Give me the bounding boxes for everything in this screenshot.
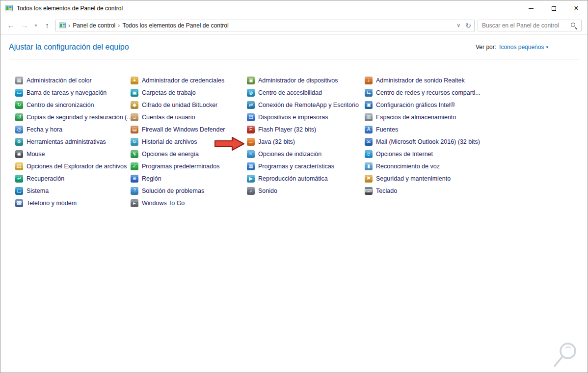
windows-defender-firewall-icon: ▤ bbox=[131, 126, 138, 133]
chevron-down-icon: ▾ bbox=[546, 45, 548, 50]
control-panel-item-device-manager[interactable]: ▣Administrador de dispositivos bbox=[247, 74, 365, 86]
refresh-icon[interactable]: ↻ bbox=[465, 22, 471, 29]
breadcrumb-all-items[interactable]: Todos los elementos de Panel de control bbox=[122, 22, 228, 29]
control-panel-item-internet-options[interactable]: eOpciones de Internet bbox=[365, 148, 588, 160]
item-label: Reconocimiento de voz bbox=[376, 163, 440, 170]
user-accounts-icon: ☺ bbox=[131, 113, 138, 121]
minimize-button[interactable] bbox=[520, 0, 542, 16]
up-button[interactable]: ↑ bbox=[42, 21, 53, 29]
address-bar[interactable]: › Panel de control › Todos los elementos… bbox=[55, 20, 475, 31]
search-icon[interactable] bbox=[570, 22, 577, 29]
control-panel-item-sound[interactable]: ♪Sonido bbox=[247, 185, 365, 197]
item-label: Cifrado de unidad BitLocker bbox=[142, 102, 217, 108]
device-manager-icon: ▣ bbox=[247, 77, 255, 84]
control-panel-item-flash-player[interactable]: FFlash Player (32 bits) bbox=[247, 123, 365, 135]
control-panel-item-work-folders[interactable]: ▣Carpetas de trabajo bbox=[131, 86, 247, 99]
java-icon: ☕ bbox=[247, 138, 255, 146]
item-label: Teclado bbox=[376, 187, 397, 194]
item-label: Configuración gráficos Intel® bbox=[376, 102, 455, 108]
window-controls: × bbox=[520, 0, 588, 16]
breadcrumb-chevron-icon[interactable]: › bbox=[68, 22, 70, 29]
control-panel-item-default-programs[interactable]: ✓Programas predeterminados bbox=[131, 160, 247, 172]
view-by-dropdown[interactable]: Iconos pequeños ▾ bbox=[499, 44, 548, 51]
item-label: Mail (Microsoft Outlook 2016) (32 bits) bbox=[376, 138, 480, 145]
control-panel-item-windows-defender-firewall[interactable]: ▤Firewall de Windows Defender bbox=[131, 123, 247, 135]
control-panel-item-realtek-sound-manager[interactable]: ♪Administrador de sonido Realtek bbox=[365, 74, 588, 86]
minimize-icon bbox=[529, 8, 534, 9]
control-panel-item-keyboard[interactable]: ⌨Teclado bbox=[365, 185, 588, 197]
address-dropdown-icon[interactable]: ∨ bbox=[456, 22, 460, 28]
control-panel-item-system[interactable]: ▢Sistema bbox=[15, 185, 131, 197]
work-folders-icon: ▣ bbox=[131, 89, 138, 97]
view-by-value: Iconos pequeños bbox=[499, 44, 544, 51]
region-icon: ⊕ bbox=[131, 175, 138, 183]
control-panel-item-region[interactable]: ⊕Región bbox=[131, 172, 247, 185]
forward-button[interactable]: → bbox=[19, 21, 30, 29]
item-label: Centro de sincronización bbox=[27, 102, 94, 108]
close-button[interactable]: × bbox=[565, 0, 588, 16]
control-panel-item-admin-tools[interactable]: ⚙Herramientas administrativas bbox=[15, 135, 131, 148]
view-by: Ver por: Iconos pequeños ▾ bbox=[476, 44, 548, 51]
item-label: Seguridad y mantenimiento bbox=[376, 175, 451, 182]
page-title: Ajustar la configuración del equipo bbox=[9, 43, 129, 52]
control-panel-item-file-explorer-options[interactable]: ▤Opciones del Explorador de archivos bbox=[15, 160, 131, 172]
maximize-icon bbox=[552, 6, 556, 11]
devices-printers-icon: ▤ bbox=[247, 113, 255, 121]
control-panel-item-phone-modem[interactable]: ☎Teléfono y módem bbox=[15, 197, 131, 209]
control-panel-item-mail[interactable]: ✉Mail (Microsoft Outlook 2016) (32 bits) bbox=[365, 135, 588, 148]
control-panel-item-devices-printers[interactable]: ▤Dispositivos e impresoras bbox=[247, 111, 365, 123]
control-panel-item-intel-graphics[interactable]: ▣Configuración gráficos Intel® bbox=[365, 99, 588, 111]
items-column: ♪Administrador de sonido Realtek⇆Centro … bbox=[365, 74, 588, 209]
control-panel-item-sync-center[interactable]: ↻Centro de sincronización bbox=[15, 99, 131, 111]
item-label: Barra de tareas y navegación bbox=[27, 89, 107, 96]
phone-modem-icon: ☎ bbox=[15, 199, 23, 207]
search-box[interactable] bbox=[478, 20, 582, 31]
item-label: Solución de problemas bbox=[142, 187, 204, 194]
recent-pages-dropdown-icon[interactable]: ▾ bbox=[33, 23, 39, 28]
intel-graphics-icon: ▣ bbox=[365, 101, 373, 109]
control-panel-item-color-management[interactable]: ▦Administración del color bbox=[15, 74, 131, 86]
control-panel-item-indexing-options[interactable]: ≡Opciones de indización bbox=[247, 148, 365, 160]
speech-recognition-icon: ▮ bbox=[365, 162, 373, 170]
item-label: Windows To Go bbox=[142, 200, 185, 207]
control-panel-item-storage-spaces[interactable]: ▥Espacios de almacenamiento bbox=[365, 111, 588, 123]
control-panel-item-speech-recognition[interactable]: ▮Reconocimiento de voz bbox=[365, 160, 588, 172]
control-panel-item-network-sharing-center[interactable]: ⇆Centro de redes y recursos comparti... bbox=[365, 86, 588, 99]
control-panel-item-windows-to-go[interactable]: ▸Windows To Go bbox=[131, 197, 247, 209]
control-panel-item-fonts[interactable]: AFuentes bbox=[365, 123, 588, 135]
item-label: Opciones del Explorador de archivos bbox=[27, 163, 127, 170]
breadcrumb-control-panel[interactable]: Panel de control bbox=[73, 22, 115, 29]
control-panel-item-java[interactable]: ☕Java (32 bits) bbox=[247, 135, 365, 148]
control-panel-item-backup-restore[interactable]: ↺Copias de seguridad y restauración (... bbox=[15, 111, 131, 123]
control-panel-item-recovery[interactable]: ↩Recuperación bbox=[15, 172, 131, 185]
control-panel-item-date-time[interactable]: ◷Fecha y hora bbox=[15, 123, 131, 135]
date-time-icon: ◷ bbox=[15, 126, 23, 133]
control-panel-item-troubleshooting[interactable]: ?Solución de problemas bbox=[131, 185, 247, 197]
control-panel-item-user-accounts[interactable]: ☺Cuentas de usuario bbox=[131, 111, 247, 123]
item-label: Dispositivos e impresoras bbox=[258, 114, 328, 121]
control-panel-item-taskbar-navigation[interactable]: ▭Barra de tareas y navegación bbox=[15, 86, 131, 99]
maximize-button[interactable] bbox=[542, 0, 565, 16]
watermark-logo bbox=[548, 338, 580, 370]
item-label: Teléfono y módem bbox=[27, 200, 77, 207]
credential-manager-icon: ✦ bbox=[131, 77, 138, 84]
sync-center-icon: ↻ bbox=[15, 101, 23, 109]
keyboard-icon: ⌨ bbox=[365, 187, 373, 195]
control-panel-item-remoteapp-desktop[interactable]: ⇄Conexión de RemoteApp y Escritorio bbox=[247, 99, 365, 111]
item-label: Administrador de dispositivos bbox=[258, 77, 338, 84]
back-button[interactable]: ← bbox=[5, 21, 16, 29]
control-panel-item-mouse[interactable]: ◉Mouse bbox=[15, 148, 131, 160]
control-panel-item-ease-of-access-center[interactable]: ◎Centro de accesibilidad bbox=[247, 86, 365, 99]
item-label: Fuentes bbox=[376, 126, 398, 133]
system-icon: ▢ bbox=[15, 187, 23, 195]
control-panel-item-security-maintenance[interactable]: ⚑Seguridad y mantenimiento bbox=[365, 172, 588, 185]
control-panel-item-programs-features[interactable]: ▦Programas y características bbox=[247, 160, 365, 172]
control-panel-item-credential-manager[interactable]: ✦Administrador de credenciales bbox=[131, 74, 247, 86]
search-input[interactable] bbox=[482, 22, 570, 29]
file-history-icon: ↻ bbox=[131, 138, 138, 146]
indexing-options-icon: ≡ bbox=[247, 150, 255, 158]
control-panel-item-autoplay[interactable]: ▶Reproducción automática bbox=[247, 172, 365, 185]
breadcrumb-chevron-icon[interactable]: › bbox=[118, 22, 120, 29]
control-panel-item-bitlocker[interactable]: ◆Cifrado de unidad BitLocker bbox=[131, 99, 247, 111]
color-management-icon: ▦ bbox=[15, 77, 23, 84]
